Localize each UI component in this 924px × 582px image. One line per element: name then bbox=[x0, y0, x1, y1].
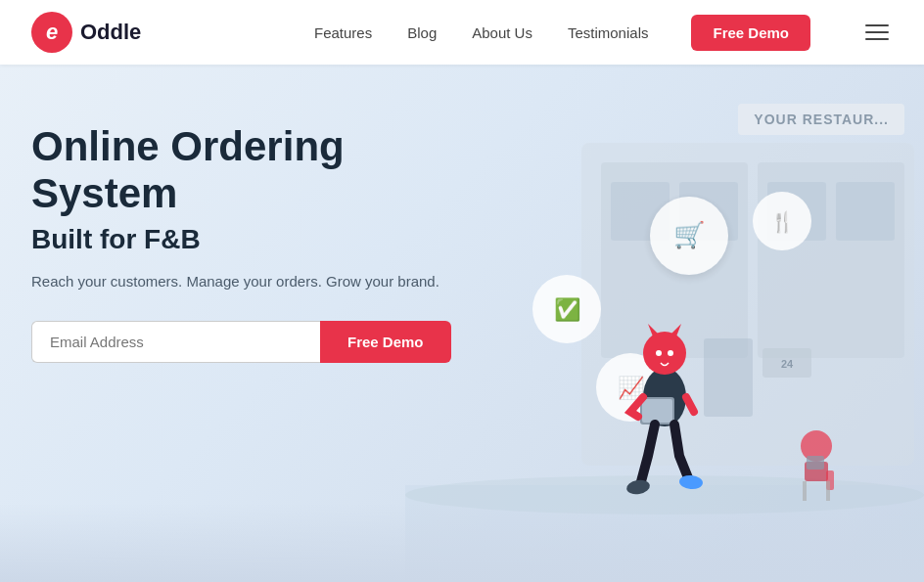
logo-link[interactable]: Oddle bbox=[31, 12, 141, 53]
svg-text:✅: ✅ bbox=[554, 296, 581, 323]
svg-rect-33 bbox=[826, 481, 830, 501]
hero-title: Online Ordering System bbox=[31, 123, 501, 218]
svg-point-22 bbox=[656, 350, 662, 356]
email-input[interactable] bbox=[31, 321, 320, 363]
svg-text:24: 24 bbox=[781, 358, 794, 370]
nav-link-features[interactable]: Features bbox=[314, 24, 372, 41]
svg-rect-32 bbox=[803, 481, 807, 501]
hero-section: Online Ordering System Built for F&B Rea… bbox=[0, 65, 924, 582]
svg-rect-31 bbox=[807, 456, 824, 470]
nav-free-demo-button[interactable]: Free Demo bbox=[691, 15, 810, 51]
svg-text:🛒: 🛒 bbox=[673, 219, 706, 250]
hamburger-line-2 bbox=[865, 31, 889, 33]
svg-rect-25 bbox=[642, 399, 672, 423]
hero-content: Online Ordering System Built for F&B Rea… bbox=[31, 123, 501, 363]
nav-link-testimonials[interactable]: Testimonials bbox=[568, 24, 649, 41]
svg-point-21 bbox=[643, 332, 686, 375]
nav-link-about[interactable]: About Us bbox=[472, 24, 532, 41]
hero-subtitle: Built for F&B bbox=[31, 224, 501, 255]
nav-links: Features Blog About Us Testimonials Free… bbox=[314, 15, 893, 51]
hamburger-menu-button[interactable] bbox=[861, 21, 893, 44]
navbar: Oddle Features Blog About Us Testimonial… bbox=[0, 0, 924, 65]
svg-rect-6 bbox=[836, 182, 895, 241]
hero-description: Reach your customers. Manage your orders… bbox=[31, 273, 501, 290]
svg-point-23 bbox=[668, 350, 673, 356]
nav-link-blog[interactable]: Blog bbox=[407, 24, 437, 41]
hero-form: Free Demo bbox=[31, 321, 501, 363]
ground-gradient bbox=[0, 504, 924, 582]
hamburger-line-1 bbox=[865, 24, 889, 26]
hero-free-demo-button[interactable]: Free Demo bbox=[320, 321, 451, 363]
hamburger-line-3 bbox=[865, 38, 889, 40]
logo-icon bbox=[31, 12, 72, 53]
logo-text: Oddle bbox=[80, 20, 141, 45]
svg-text:🍴: 🍴 bbox=[770, 210, 795, 234]
svg-rect-7 bbox=[704, 338, 753, 417]
